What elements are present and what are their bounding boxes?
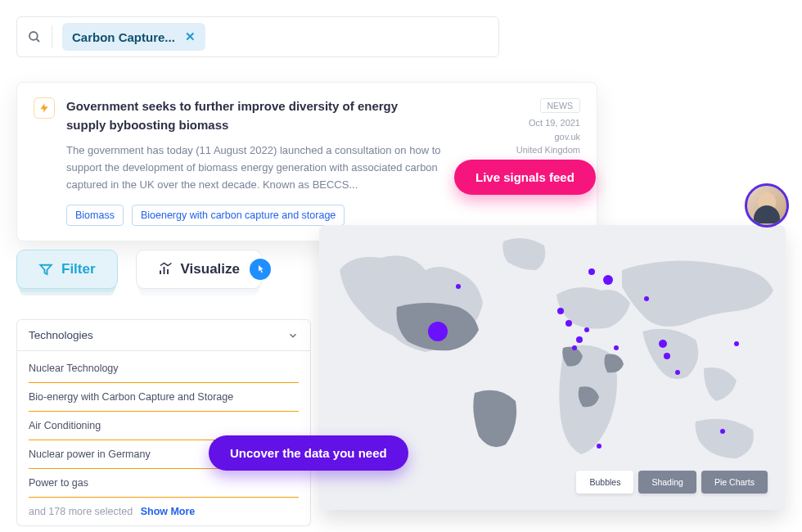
panel-footer: and 178 more selected Show More	[29, 498, 299, 517]
meta-badge: NEWS	[540, 98, 581, 113]
search-icon	[27, 29, 42, 44]
map-bubble[interactable]	[734, 341, 739, 346]
list-item[interactable]: Bio-energy with Carbon Capture and Stora…	[29, 383, 299, 412]
toggle-pie[interactable]: Pie Charts	[701, 471, 768, 494]
map-bubble[interactable]	[675, 370, 680, 375]
show-more-link[interactable]: Show More	[141, 506, 196, 517]
technologies-panel: Technologies Nuclear Technology Bio-ener…	[16, 319, 311, 526]
chip-label: Carbon Capture...	[72, 30, 175, 44]
map-bubble[interactable]	[557, 308, 564, 314]
map-bubble[interactable]	[588, 268, 595, 275]
meta-location: United Kingdom	[516, 143, 580, 157]
map-bubble[interactable]	[584, 327, 589, 332]
search-chip[interactable]: Carbon Capture... ✕	[62, 23, 205, 51]
meta-date: Oct 19, 2021	[516, 116, 580, 130]
panel-header[interactable]: Technologies	[16, 319, 311, 351]
map-bubble[interactable]	[565, 320, 572, 327]
list-item[interactable]: Nuclear Technology	[29, 354, 299, 383]
map-bubble[interactable]	[597, 444, 602, 449]
toggle-shading[interactable]: Shading	[638, 471, 696, 494]
map-bubble[interactable]	[428, 322, 448, 341]
list-item[interactable]: Power to gas	[29, 469, 299, 498]
callout-uncover: Uncover the data you need	[209, 435, 408, 471]
map-bubble[interactable]	[456, 284, 461, 289]
toggle-bubbles[interactable]: Bubbles	[576, 471, 633, 494]
tag-beccs[interactable]: Bioenergy with carbon capture and storag…	[132, 205, 345, 226]
map-toggle: Bubbles Shading Pie Charts	[576, 471, 768, 494]
svg-line-1	[37, 39, 39, 42]
map-bubble[interactable]	[603, 275, 613, 285]
search-bar[interactable]: Carbon Capture... ✕	[16, 16, 499, 57]
pointer-icon	[248, 257, 273, 282]
visualize-label: Visualize	[181, 261, 240, 277]
visualize-button[interactable]: Visualize	[136, 250, 262, 289]
more-count: and 178 more selected	[29, 506, 133, 517]
filter-button[interactable]: Filter	[16, 250, 118, 289]
card-description: The government has today (11 August 2022…	[66, 142, 451, 193]
filter-label: Filter	[61, 261, 96, 277]
map-bubble[interactable]	[614, 345, 619, 350]
map-bubble[interactable]	[664, 353, 670, 359]
map-bubble[interactable]	[644, 296, 649, 301]
map-bubble[interactable]	[576, 336, 583, 343]
card-tags: Biomass Bioenergy with carbon capture an…	[66, 205, 505, 226]
action-buttons: Filter Visualize	[16, 250, 262, 289]
callout-live-signals: Live signals feed	[454, 160, 596, 195]
map-bubble[interactable]	[659, 340, 667, 348]
tag-biomass[interactable]: Biomass	[66, 205, 124, 226]
map-bubble[interactable]	[572, 345, 577, 350]
bolt-icon	[34, 97, 55, 119]
divider	[52, 25, 52, 48]
svg-point-0	[29, 32, 38, 40]
meta-source: gov.uk	[516, 130, 580, 144]
close-icon[interactable]: ✕	[185, 29, 196, 44]
chevron-down-icon	[287, 330, 299, 341]
avatar[interactable]	[745, 183, 789, 228]
card-title: Government seeks to further improve dive…	[66, 97, 418, 134]
map-bubble[interactable]	[720, 429, 725, 434]
panel-title: Technologies	[29, 329, 93, 341]
